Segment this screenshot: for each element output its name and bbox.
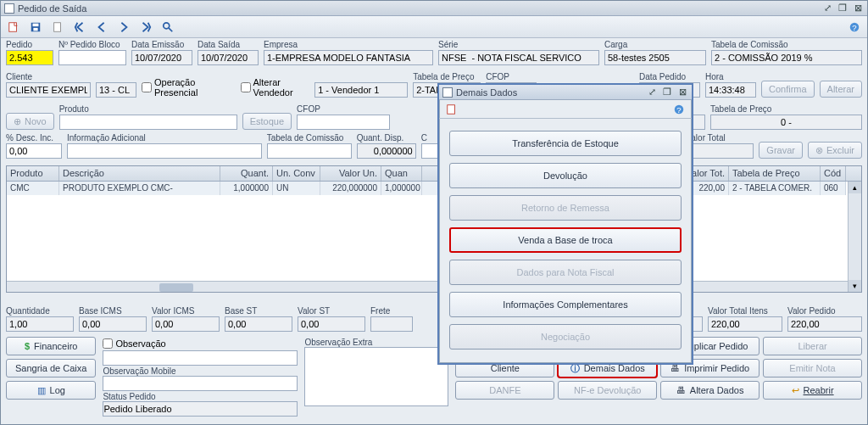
observ-input[interactable] [103,350,298,366]
altera-button[interactable]: 🖶 Altera Dados [660,381,760,400]
close-icon[interactable]: ⊠ [852,3,864,14]
financeiro-button[interactable]: $Financeiro [6,337,96,355]
pedido-label: Pedido [6,40,53,49]
reabrir-button[interactable]: ↩Reabrir [763,381,862,400]
next-icon[interactable] [114,18,133,36]
novo-button[interactable]: ⊕ Novo [6,113,54,130]
table-row[interactable]: CMC PRODUTO EXEMPLO CMC- 1,000000 UN 220… [7,182,861,195]
serie-label: Série [438,40,599,49]
danfe-button[interactable]: DANFE [455,381,554,400]
estoque-button[interactable]: Estoque [242,113,292,130]
vicms-label: Valor ICMS [152,306,220,316]
retorno-button: Retorno de Remessa [449,195,682,221]
venda-troca-button[interactable]: Venda a Base de troca [449,227,682,253]
frete-label: Frete [370,306,413,316]
empresa-input [264,50,433,65]
emissao-input [131,50,192,65]
col-produto[interactable]: Produto [7,166,59,181]
dialog-new-icon[interactable] [442,100,461,119]
transfer-button[interactable]: Transferência de Estoque [449,131,682,156]
nfedev-button[interactable]: NF-e Devolução [558,381,657,400]
window-title: Pedido de Saída [18,3,821,14]
prev-icon[interactable] [92,18,111,36]
save-icon[interactable] [26,18,45,36]
col-desc[interactable]: Descrição [59,166,220,181]
dialog-max-icon[interactable]: ⤢ [646,87,658,98]
alterar-button[interactable]: Alterar [820,81,862,98]
hora-label: Hora [705,72,756,81]
infoadic-input[interactable] [67,143,262,159]
tabcomprod-input[interactable] [267,143,352,159]
observ-check[interactable] [103,338,113,349]
vscroll[interactable]: ▴▾ [848,182,861,292]
bst-input [225,316,292,332]
col-unconv[interactable]: Un. Conv [273,166,320,181]
new-icon[interactable] [4,18,23,36]
hora-input [705,82,756,98]
vped-label: Valor Pedido [787,306,862,316]
dialog-close-icon[interactable]: ⊠ [676,87,688,98]
col-valun[interactable]: Valor Un. [320,166,381,181]
obsmob-input[interactable] [103,376,298,391]
first-icon[interactable] [70,18,89,36]
col-quant[interactable]: Quant. [220,166,273,181]
last-icon[interactable] [136,18,155,36]
altvend-label: Alterar Vendedor [253,77,310,98]
search-icon[interactable] [159,18,177,36]
sangria-button[interactable]: Sangria de Caixa [6,359,96,377]
liberar-button[interactable]: Liberar [763,337,862,355]
qtd-input [6,316,74,332]
info-compl-button[interactable]: Informações Complementares [449,292,682,317]
dialog-help-icon[interactable]: ? [670,100,688,119]
cliente-cod [96,82,136,98]
oppres-label: Operação Presencial [154,77,225,98]
svg-text:?: ? [852,22,856,31]
vtit-label: Valor Total Itens [708,306,782,316]
altvend-check[interactable] [241,82,251,92]
carga-label: Carga [604,40,706,49]
help-icon[interactable]: ? [845,18,864,36]
cliente-input [6,82,91,98]
cfop-small-label: CFOP [486,72,537,81]
status-input [103,401,298,417]
tabcomprod-label: Tabela de Comissão [267,133,352,143]
produto-label: Produto [59,104,237,114]
svg-text:?: ? [676,104,681,114]
main-toolbar: ? [1,16,867,38]
demais-dialog: Demais Dados ⤢ ❐ ⊠ ? Transferência de Es… [437,83,693,365]
log-button[interactable]: ▥Log [6,381,96,400]
bicms-label: Base ICMS [79,306,147,316]
svg-point-5 [164,22,170,28]
confirma-button[interactable]: Confirma [761,81,815,98]
col-tabpre[interactable]: Tabela de Preço [729,166,821,181]
col-cod[interactable]: Cód [821,166,846,181]
obsmob-label: Observação Mobile [103,366,175,376]
saida-label: Data Saída [198,40,259,49]
doc-icon[interactable] [48,18,67,36]
dialog-title: Demais Dados [456,87,646,98]
restore-icon[interactable]: ❐ [837,3,849,14]
cfop-input[interactable] [297,115,390,130]
window-icon [4,3,14,14]
descinc-input[interactable] [6,143,62,159]
pedido-input[interactable] [6,50,53,65]
bloco-input[interactable] [58,50,126,65]
qtd-label: Quantidade [6,306,74,316]
datapedido-label: Data Pedido [639,72,700,81]
dialog-restore-icon[interactable]: ❐ [661,87,673,98]
col-quan[interactable]: Quan [381,166,422,181]
tabpreco-label: Tabela de Preço [413,72,481,81]
emitir-button[interactable]: Emitir Nota [763,359,862,377]
hscroll[interactable] [7,281,848,293]
items-grid[interactable]: Produto Descrição Quant. Un. Conv Valor … [6,165,862,293]
devolucao-button[interactable]: Devolução [449,163,682,188]
carga-input [604,50,706,65]
gravar-button[interactable]: Gravar [759,142,803,159]
tabcom-label: Tabela de Comissão [711,40,862,49]
produto-input[interactable] [59,115,237,130]
excluir-button[interactable]: ⊗ Excluir [808,142,862,159]
vst-input [298,316,365,332]
oppres-check[interactable] [142,82,152,92]
maximize-icon[interactable]: ⤢ [821,3,833,14]
obsextra-area[interactable] [304,347,448,406]
